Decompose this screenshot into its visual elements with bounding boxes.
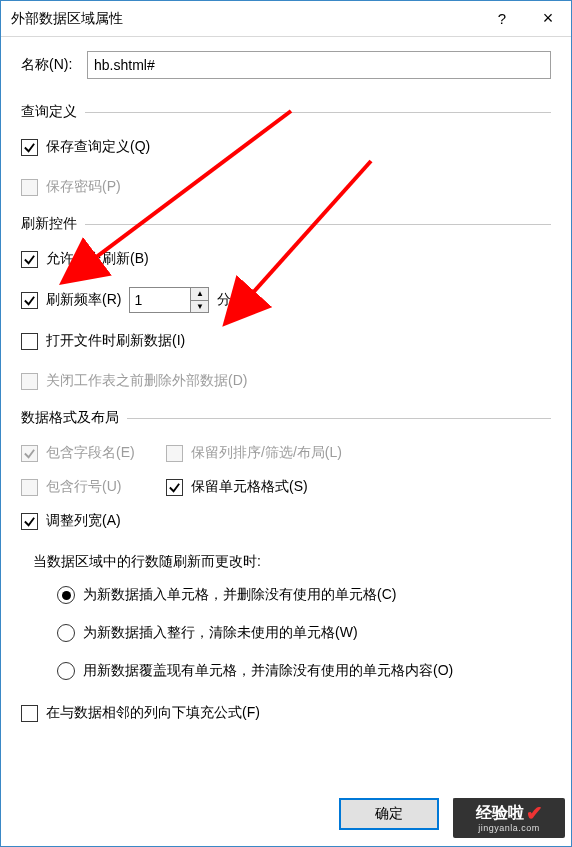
section-query-def: 查询定义: [21, 103, 551, 121]
name-label: 名称(N):: [21, 56, 87, 74]
button-bar: 确定 取消: [339, 798, 553, 830]
spinner-up-icon[interactable]: ▲: [191, 288, 208, 301]
dialog-window: 外部数据区域属性 ? × 名称(N): 查询定义 保存查询定义(Q) 保存密码(…: [0, 0, 572, 847]
refresh-rate-row[interactable]: 刷新频率(R) ▲ ▼ 分钟: [21, 287, 551, 313]
rows-change-opt2-label: 为新数据插入整行，清除未使用的单元格(W): [83, 624, 358, 642]
include-rownum-label: 包含行号(U): [46, 478, 166, 496]
refresh-on-open-label: 打开文件时刷新数据(I): [46, 332, 185, 350]
fill-down-row[interactable]: 在与数据相邻的列向下填充公式(F): [21, 701, 551, 725]
radio-icon[interactable]: [57, 586, 75, 604]
section-label: 查询定义: [21, 103, 85, 121]
radio-icon[interactable]: [57, 662, 75, 680]
checkbox-icon: [21, 445, 38, 462]
checkbox-icon[interactable]: [21, 139, 38, 156]
remove-before-close-label: 关闭工作表之前删除外部数据(D): [46, 372, 247, 390]
name-row: 名称(N):: [21, 51, 551, 79]
checkbox-icon[interactable]: [21, 705, 38, 722]
section-format: 数据格式及布局: [21, 409, 551, 427]
titlebar: 外部数据区域属性 ? ×: [1, 1, 571, 37]
save-query-label: 保存查询定义(Q): [46, 138, 150, 156]
save-password-row: 保存密码(P): [21, 175, 551, 199]
checkbox-icon: [21, 373, 38, 390]
refresh-rate-input[interactable]: [130, 288, 190, 312]
refresh-rate-spinner[interactable]: ▲ ▼: [129, 287, 209, 313]
checkbox-icon[interactable]: [21, 513, 38, 530]
name-input[interactable]: [87, 51, 551, 79]
checkbox-icon: [21, 179, 38, 196]
rows-change-opt3[interactable]: 用新数据覆盖现有单元格，并清除没有使用的单元格内容(O): [57, 659, 551, 683]
refresh-rate-label: 刷新频率(R): [46, 291, 121, 309]
save-query-row[interactable]: 保存查询定义(Q): [21, 135, 551, 159]
spinner-buttons: ▲ ▼: [190, 288, 208, 312]
checkbox-icon: [21, 479, 38, 496]
format-row-1: 包含字段名(E) 保留列排序/筛选/布局(L): [21, 441, 551, 465]
section-rule: [85, 112, 551, 113]
save-password-label: 保存密码(P): [46, 178, 121, 196]
ok-button[interactable]: 确定: [339, 798, 439, 830]
checkbox-icon[interactable]: [21, 251, 38, 268]
rows-change-opt1[interactable]: 为新数据插入单元格，并删除没有使用的单元格(C): [57, 583, 551, 607]
rows-change-opt2[interactable]: 为新数据插入整行，清除未使用的单元格(W): [57, 621, 551, 645]
include-fieldnames-label: 包含字段名(E): [46, 444, 166, 462]
checkbox-icon[interactable]: [166, 479, 183, 496]
dialog-content: 名称(N): 查询定义 保存查询定义(Q) 保存密码(P) 刷新控件: [1, 37, 571, 725]
spinner-down-icon[interactable]: ▼: [191, 301, 208, 313]
close-button[interactable]: ×: [525, 1, 571, 37]
section-rule: [127, 418, 551, 419]
rows-change-opt1-label: 为新数据插入单元格，并删除没有使用的单元格(C): [83, 586, 396, 604]
bg-refresh-label: 允许后台刷新(B): [46, 250, 149, 268]
section-refresh: 刷新控件: [21, 215, 551, 233]
adjust-colwidth-row[interactable]: 调整列宽(A): [21, 509, 551, 533]
cancel-button[interactable]: 取消: [453, 798, 553, 830]
remove-before-close-row: 关闭工作表之前删除外部数据(D): [21, 369, 551, 393]
window-title: 外部数据区域属性: [11, 10, 479, 28]
section-label: 刷新控件: [21, 215, 85, 233]
format-row-2: 包含行号(U) 保留单元格格式(S): [21, 475, 551, 499]
fill-down-label: 在与数据相邻的列向下填充公式(F): [46, 704, 260, 722]
radio-icon[interactable]: [57, 624, 75, 642]
rows-change-opt3-label: 用新数据覆盖现有单元格，并清除没有使用的单元格内容(O): [83, 662, 453, 680]
keep-cell-fmt-label: 保留单元格格式(S): [191, 478, 308, 496]
bg-refresh-row[interactable]: 允许后台刷新(B): [21, 247, 551, 271]
help-button[interactable]: ?: [479, 1, 525, 37]
refresh-on-open-row[interactable]: 打开文件时刷新数据(I): [21, 329, 551, 353]
rows-change-prompt: 当数据区域中的行数随刷新而更改时:: [33, 553, 551, 571]
checkbox-icon[interactable]: [21, 333, 38, 350]
keep-sort-filter-label: 保留列排序/筛选/布局(L): [191, 444, 342, 462]
section-rule: [85, 224, 551, 225]
section-label: 数据格式及布局: [21, 409, 127, 427]
rows-change-group: 为新数据插入单元格，并删除没有使用的单元格(C) 为新数据插入整行，清除未使用的…: [57, 583, 551, 683]
checkbox-icon[interactable]: [21, 292, 38, 309]
checkbox-icon: [166, 445, 183, 462]
refresh-rate-unit: 分钟: [217, 291, 245, 309]
adjust-colwidth-label: 调整列宽(A): [46, 512, 121, 530]
